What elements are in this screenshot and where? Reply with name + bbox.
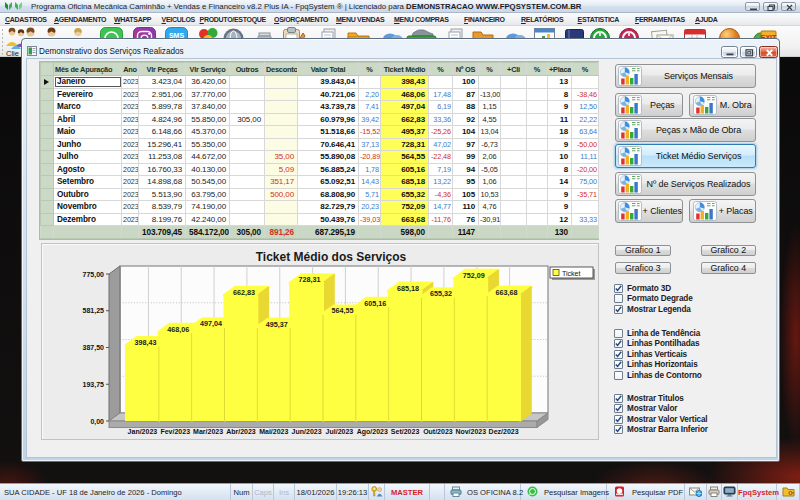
grid-cell[interactable] [265,126,298,139]
grid-cell[interactable] [230,138,265,151]
table-row[interactable]: Abril20234.824,9655.850,00305,0060.979,9… [41,113,599,126]
child-close-button[interactable] [759,46,778,58]
col-header-n-os[interactable]: Nº OS [453,63,479,76]
checkbox-linha-de-tend-ncia[interactable]: Linha de Tendência [614,329,700,338]
statusbar-segment[interactable]: Pesquisar PDF [607,484,685,500]
report-button-n-de-servi-os-realizados[interactable]: Nº de Serviços Realizados [615,172,756,196]
grid-cell[interactable]: Junho [54,138,122,151]
grid-cell[interactable]: 1,78 [359,163,381,176]
col-header--placa[interactable]: +Placa [548,63,572,76]
grid-cell[interactable]: 42.240,00 [186,213,230,226]
grid-cell[interactable] [479,76,501,89]
table-row[interactable]: Outubro20235.513,9063.795,00500,0068.808… [41,188,599,201]
grid-cell[interactable]: 2023 [122,126,139,139]
grid-cell[interactable]: 500,00 [265,188,298,201]
grid-cell[interactable]: 13,22 [429,176,453,189]
grid-cell[interactable] [265,113,298,126]
grid-cell[interactable]: 2023 [122,88,139,101]
grid-cell[interactable] [429,76,453,89]
grid-cell[interactable]: 50.545,00 [186,176,230,189]
grid-cell[interactable]: -5,05 [479,163,501,176]
menu-item-agendamento[interactable]: AGENDAMENTO [54,16,106,23]
grid-cell[interactable]: 15.296,41 [139,138,186,151]
grid-cell[interactable] [230,163,265,176]
grid-cell[interactable]: 11 [548,113,572,126]
grid-cell[interactable] [41,101,54,114]
grid-cell[interactable] [230,76,265,89]
grid-cell[interactable]: 662,83 [381,113,429,126]
grid-cell[interactable]: 74.190,00 [186,201,230,214]
grid-cell[interactable]: 5.513,90 [139,188,186,201]
grid-cell[interactable]: 1,15 [479,101,501,114]
table-row[interactable]: Marco20235.899,7837.840,0043.739,787,414… [41,101,599,114]
grid-cell[interactable] [41,176,54,189]
grid-cell[interactable] [230,101,265,114]
grid-cell[interactable] [265,213,298,226]
checkbox-box[interactable] [614,415,623,424]
grid-cell[interactable]: 37,13 [359,138,381,151]
grid-cell[interactable]: 110 [453,201,479,214]
grid-cell[interactable]: 68.808,90 [298,188,359,201]
menu-item-os-or-amento[interactable]: OS/ORÇAMENTO [274,16,328,23]
grid-cell[interactable] [501,188,527,201]
grid-cell[interactable] [230,88,265,101]
grid-cell[interactable]: 55.850,00 [186,113,230,126]
menu-item-whatsapp[interactable]: WHATSAPP [114,16,151,23]
menu-item-produto-estoque[interactable]: PRODUTO/ESTOQUE [200,16,266,23]
table-row[interactable]: Julho202311.253,0844.672,0035,0055.890,0… [41,151,599,164]
grid-cell[interactable] [501,88,527,101]
grid-cell[interactable] [265,201,298,214]
checkbox-box[interactable] [614,339,623,348]
grid-cell[interactable]: -25,26 [429,126,453,139]
col-header-vlr-pe-as[interactable]: Vlr Peças [139,63,186,76]
grid-cell[interactable]: 22,22 [572,113,599,126]
report-button--clientes[interactable]: + Clientes [615,199,684,223]
col-header--[interactable]: % [572,63,599,76]
grid-cell[interactable]: 2023 [122,176,139,189]
grid-cell[interactable]: 88 [453,101,479,114]
grid-cell[interactable] [265,88,298,101]
checkbox-linhas-de-contorno[interactable]: Linhas de Contorno [614,371,702,380]
report-button-pe-as-x-m-o-de-obra[interactable]: Peças x Mão de Obra [615,118,756,142]
grid-cell[interactable]: 14 [548,176,572,189]
statusbar-segment[interactable]: Pesquisar Imagens [521,484,607,500]
grid-cell[interactable]: 100 [453,76,479,89]
grid-cell[interactable]: 11,11 [572,151,599,164]
main-maximize-button[interactable] [763,2,778,11]
grid-cell[interactable]: -22,48 [429,151,453,164]
grid-cell[interactable]: -30,91 [479,213,501,226]
grid-cell[interactable]: 37.840,00 [186,101,230,114]
grid-cell[interactable] [527,76,548,89]
grid-cell[interactable]: 655,32 [381,188,429,201]
grid-cell[interactable]: 60.979,96 [298,113,359,126]
grid-cell[interactable]: 55.350,00 [186,138,230,151]
grid-cell[interactable] [501,163,527,176]
col-header--[interactable]: % [479,63,501,76]
col-header--cli[interactable]: +Cli [501,63,527,76]
grid-cell[interactable]: 2023 [122,113,139,126]
grid-cell[interactable]: 51.518,66 [298,126,359,139]
grid-cell[interactable] [527,113,548,126]
services-table[interactable]: Mês de ApuraçãoAnoVlr PeçasVlr ServiçoOu… [40,62,599,239]
col-header-vlr-servi-o[interactable]: Vlr Serviço [186,63,230,76]
grid-cell[interactable]: 50.439,76 [298,213,359,226]
table-row[interactable]: Setembro202314.898,6850.545,00351,1765.0… [41,176,599,189]
grid-cell[interactable]: Janeiro [54,76,122,89]
grid-cell[interactable]: 4,55 [479,113,501,126]
grid-cell[interactable] [527,163,548,176]
grid-cell[interactable] [501,113,527,126]
grid-cell[interactable]: 87 [453,88,479,101]
grid-cell[interactable]: 37.770,00 [186,88,230,101]
grid-cell[interactable] [501,101,527,114]
grid-cell[interactable]: 33,36 [429,113,453,126]
table-row[interactable]: Junho202315.296,4155.350,0070.646,4137,1… [41,138,599,151]
checkbox-box[interactable] [614,425,623,434]
grid-cell[interactable]: Julho [54,151,122,164]
grid-cell[interactable]: 1,06 [479,176,501,189]
grid-cell[interactable]: 44.672,00 [186,151,230,164]
grid-cell[interactable]: -13,00 [479,88,501,101]
checkbox-mostrar-valor-vertical[interactable]: Mostrar Valor Vertical [614,415,707,424]
grid-cell[interactable] [527,201,548,214]
grid-cell[interactable]: 752,09 [381,201,429,214]
grid-cell[interactable]: -20,00 [572,163,599,176]
